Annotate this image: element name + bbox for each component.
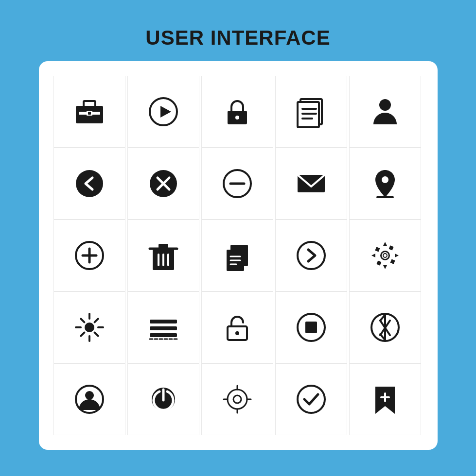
icon-card — [39, 61, 438, 450]
svg-rect-53 — [150, 320, 177, 323]
close-circle-icon — [127, 148, 199, 220]
profile-circle-icon — [53, 363, 125, 435]
chevron-right-circle-icon — [275, 220, 347, 291]
page-title: USER INTERFACE — [145, 26, 330, 50]
svg-line-49 — [94, 319, 98, 322]
svg-point-66 — [228, 390, 247, 409]
chevron-left-icon — [53, 148, 125, 220]
svg-line-48 — [94, 333, 98, 336]
copy-icon — [201, 220, 273, 291]
svg-line-50 — [81, 333, 84, 336]
svg-point-14 — [379, 99, 391, 111]
briefcase-icon — [53, 76, 125, 148]
svg-point-38 — [298, 242, 325, 269]
svg-point-22 — [382, 176, 388, 183]
svg-line-47 — [81, 319, 84, 322]
svg-point-58 — [235, 331, 239, 335]
svg-rect-60 — [305, 322, 317, 333]
svg-marker-6 — [160, 106, 171, 118]
checkmark-circle-icon — [275, 363, 347, 435]
brightness-icon — [53, 291, 125, 363]
svg-rect-54 — [150, 326, 177, 330]
svg-point-15 — [76, 170, 103, 197]
lock-icon — [201, 76, 273, 148]
minus-circle-icon — [201, 148, 273, 220]
svg-point-72 — [298, 386, 325, 413]
document-list-icon — [275, 76, 347, 148]
icon-grid — [53, 76, 423, 435]
svg-rect-1 — [84, 101, 95, 107]
unlock-icon — [201, 291, 273, 363]
mail-icon — [275, 148, 347, 220]
trash-icon — [127, 220, 199, 291]
lines-icon — [127, 291, 199, 363]
bluetooth-icon — [349, 291, 421, 363]
user-icon — [349, 76, 421, 148]
gear-icon — [349, 220, 421, 291]
plus-circle-icon — [53, 220, 125, 291]
svg-point-63 — [85, 391, 94, 400]
location-pin-icon — [349, 148, 421, 220]
stop-circle-icon — [275, 291, 347, 363]
svg-point-8 — [235, 116, 239, 119]
svg-point-67 — [233, 395, 241, 403]
power-icon — [127, 363, 199, 435]
svg-rect-4 — [88, 112, 91, 115]
bookmark-plus-icon — [349, 363, 421, 435]
svg-rect-29 — [159, 244, 168, 250]
svg-rect-55 — [150, 333, 177, 337]
target-icon — [201, 363, 273, 435]
play-icon — [127, 76, 199, 148]
